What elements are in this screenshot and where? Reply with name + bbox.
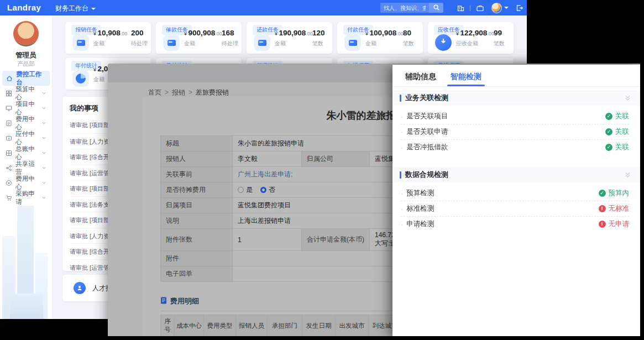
status-badge: !无标准	[599, 204, 630, 213]
org-icon[interactable]	[454, 2, 467, 14]
stat-amount: ¥ 10,908.00金额	[93, 28, 127, 48]
sidebar-item-6[interactable]: 共享运营	[2, 160, 50, 175]
stat-count: 200待处理	[131, 28, 148, 48]
sidebar-item-label: 采购申请	[15, 190, 38, 206]
sidebar-item-1[interactable]: 预算中心	[2, 86, 50, 101]
check-item-label: 标准检测	[406, 204, 598, 213]
stat-count-label: 笔数	[403, 40, 414, 48]
smart-check-drawer: 辅助信息智能检测 业务关联检测·是否关联项目✓关联·是否关联申请✓关联·是否冲抵…	[392, 65, 640, 336]
divider	[470, 5, 470, 11]
form-field-label: 电子回单	[161, 266, 233, 282]
linked-application-link[interactable]: 广州上海出差申请;	[238, 170, 292, 178]
sidebar-item-label: 预算中心	[15, 85, 38, 102]
bullet-dot: ·	[401, 189, 403, 197]
document-icon	[160, 297, 167, 306]
radio-option[interactable]: 否	[260, 185, 275, 195]
briefcase-icon[interactable]	[474, 2, 486, 14]
drawer-item-list: ·是否关联项目✓关联·是否关联申请✓关联·是否冲抵借款✓关联	[392, 106, 640, 156]
drawer-tab-1[interactable]: 智能检测	[451, 72, 481, 86]
bullet-dot: ·	[401, 128, 403, 136]
form-field-label: 归属项目	[161, 198, 233, 213]
stat-amount: ¥ 100,908.00金额	[365, 28, 404, 48]
stat-count: 120笔数	[312, 28, 325, 48]
caret-down-icon[interactable]	[504, 7, 509, 9]
check-item-label: 申请检测	[406, 219, 598, 229]
workspace-nav-label: 财务工作台	[55, 4, 88, 13]
chevron-down-icon	[91, 8, 96, 10]
detail-column-header: 序号	[161, 315, 175, 337]
stat-card-icon-tile	[163, 34, 180, 51]
pie-chart-icon	[76, 74, 86, 83]
stat-card-icon-tile	[344, 34, 361, 51]
stat-amount-label: 应收金额	[456, 40, 494, 48]
radio-checked-icon	[260, 187, 266, 193]
wallet-icon	[167, 40, 176, 46]
double-chevron-down-icon[interactable]	[624, 95, 631, 102]
left-sidebar: 管理员 产品部 费控工作台预算中心项目中心费用中心应付中心总账中心共享运营费用中…	[0, 15, 53, 319]
double-chevron-down-icon[interactable]	[624, 171, 631, 179]
sidebar-item-3[interactable]: 费用中心	[2, 116, 50, 130]
pay-icon	[6, 135, 12, 142]
sidebar-item-8[interactable]: 采购申请	[2, 190, 50, 205]
global-search	[380, 3, 443, 13]
sidebar-item-0[interactable]: 费控工作台	[2, 71, 50, 86]
check-circle-icon: ✓	[605, 144, 612, 151]
drawer-tab-0[interactable]: 辅助信息	[405, 72, 436, 86]
stat-card[interactable]: 报销任务¥ 10,908.00金额200待处理	[65, 22, 151, 54]
check-item: ·标准检测!无标准	[401, 201, 629, 216]
exclamation-circle-icon: !	[599, 205, 606, 212]
stat-card[interactable]: 催款任务¥ 900,908.00金额168待处理	[156, 22, 242, 54]
status-badge: !无申请	[599, 219, 630, 229]
stat-count-label: 笔数	[312, 40, 325, 48]
stat-count-label: 待处理	[131, 40, 148, 48]
sidebar-item-7[interactable]: 费用中心	[2, 175, 50, 190]
breadcrumb-item[interactable]: 报销	[172, 88, 185, 96]
stat-amount: ¥ 190,908.00金额	[275, 28, 313, 48]
check-circle-icon: ✓	[605, 113, 612, 120]
form-field-value: 李文毅	[233, 151, 302, 167]
user-department: 产品部	[0, 60, 52, 68]
sidebar-item-2[interactable]: 项目中心	[2, 101, 50, 116]
status-text: 关联	[615, 112, 629, 121]
search-input[interactable]	[380, 3, 429, 13]
status-badge: ✓关联	[605, 112, 629, 121]
status-text: 预算内	[609, 189, 630, 198]
breadcrumb-item[interactable]: 首页	[148, 88, 161, 96]
chevron-down-icon	[41, 91, 46, 96]
stat-card-icon-tile	[72, 70, 89, 87]
form-field-label: 归属公司	[302, 151, 370, 167]
drawer-tabs: 辅助信息智能检测	[392, 65, 640, 87]
sidebar-item-label: 费控工作台	[16, 70, 46, 87]
drawer-section-header[interactable]: 数据合规检测	[392, 167, 640, 182]
sidebar-item-label: 总账中心	[15, 145, 38, 161]
drawer-section-title: 业务关联检测	[405, 93, 448, 103]
detail-column-header: 承担部门	[268, 315, 302, 337]
user-name: 管理员	[0, 51, 52, 60]
profile-avatar[interactable]	[13, 21, 39, 46]
radio-option[interactable]: 是	[238, 185, 253, 195]
sidebar-item-5[interactable]: 总账中心	[2, 145, 50, 160]
chevron-down-icon	[41, 180, 46, 185]
workspace-nav-item[interactable]: 财务工作台	[55, 4, 96, 13]
breadcrumb-item[interactable]: 差旅费报销	[196, 88, 229, 96]
drawer-section-header[interactable]: 业务关联检测	[392, 90, 640, 106]
sidebar-item-4[interactable]: 应付中心	[2, 130, 50, 145]
form-field-value: 1	[233, 229, 302, 251]
check-circle-icon: ✓	[599, 190, 606, 197]
stat-card[interactable]: 应收任务¥ 122,908.00应收金额99笔数	[428, 22, 514, 54]
file-icon	[6, 120, 12, 127]
stat-card-icon-tile	[254, 34, 270, 51]
user-avatar[interactable]	[491, 3, 502, 13]
stat-card[interactable]: 还款任务¥ 190,908.00金额120笔数	[247, 22, 332, 54]
stat-card[interactable]: 付款任务¥ 100,908.00金额80笔数	[337, 22, 423, 54]
search-button[interactable]	[429, 3, 443, 13]
drawer-item-list: ·预算检测✓预算内·标准检测!无标准·申请检测!无申请	[392, 182, 640, 233]
check-item: ·是否关联申请✓关联	[401, 124, 629, 139]
arrow-down-icon	[439, 38, 447, 48]
check-circle-icon: ✓	[605, 128, 612, 135]
drawer-section-title: 数据合规检测	[405, 170, 448, 180]
person-icon	[74, 282, 86, 294]
screenshot-canvas: Landray 财务工作台	[0, 0, 644, 340]
chevron-down-icon	[41, 165, 46, 170]
logout-icon[interactable]	[513, 2, 525, 14]
